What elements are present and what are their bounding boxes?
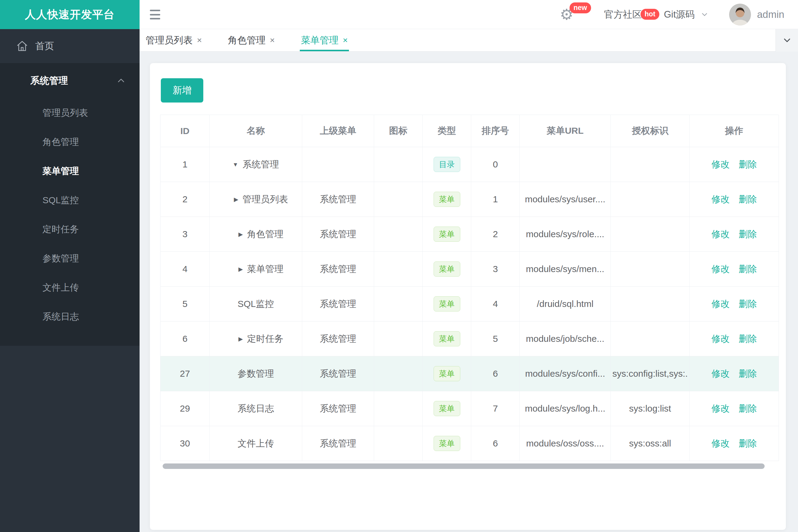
cell-actions: 修改删除 [690, 287, 779, 322]
community-label: 官方社区 [604, 9, 642, 20]
edit-link[interactable]: 修改 [711, 367, 730, 380]
delete-link[interactable]: 删除 [739, 402, 757, 415]
sidebar-item-param-mgmt[interactable]: 参数管理 [0, 244, 140, 273]
edit-link[interactable]: 修改 [711, 158, 730, 171]
delete-link[interactable]: 删除 [739, 158, 757, 171]
sidebar-item-label: 系统日志 [42, 310, 79, 323]
sidebar-group-label: 系统管理 [30, 74, 68, 87]
cell-order: 7 [471, 391, 520, 426]
tab-label: 角色管理 [228, 34, 265, 47]
delete-link[interactable]: 删除 [739, 193, 757, 206]
add-button[interactable]: 新增 [161, 78, 203, 102]
cell-url: modules/sys/confi... [520, 356, 611, 391]
home-icon [16, 40, 29, 53]
delete-link[interactable]: 删除 [739, 333, 757, 345]
sidebar-item-system-log[interactable]: 系统日志 [0, 302, 140, 331]
table-row[interactable]: 3▶角色管理系统管理菜单2modules/sys/role....修改删除 [161, 217, 778, 252]
sidebar-item-scheduled-jobs[interactable]: 定时任务 [0, 215, 140, 244]
expand-arrow-icon[interactable]: ▼ [233, 162, 239, 167]
cell-perms [611, 182, 690, 217]
expand-arrow-icon[interactable]: ▶ [239, 336, 243, 342]
table-row[interactable]: 6▶定时任务系统管理菜单5modules/job/sche...修改删除 [161, 322, 778, 356]
col-header-type: 类型 [423, 115, 471, 147]
close-icon[interactable]: × [197, 36, 202, 45]
sidebar-item-sql-monitor[interactable]: SQL监控 [0, 186, 140, 215]
cell-perms: sys:config:list,sys:. [611, 356, 690, 391]
cell-icon [374, 287, 423, 322]
tab-admin-list[interactable]: 管理员列表 × [146, 29, 202, 51]
edit-link[interactable]: 修改 [711, 228, 730, 241]
sidebar-item-label: 参数管理 [42, 252, 79, 265]
delete-link[interactable]: 删除 [739, 228, 757, 241]
cell-parent: 系统管理 [302, 217, 374, 252]
tab-menu-mgmt[interactable]: 菜单管理 × [301, 29, 348, 51]
settings-button[interactable]: ⚙ new [560, 0, 574, 29]
sidebar-item-label: 管理员列表 [42, 107, 88, 119]
cell-perms [611, 287, 690, 322]
cell-name: SQL监控 [210, 287, 302, 322]
expand-arrow-icon[interactable]: ▶ [234, 196, 239, 202]
edit-link[interactable]: 修改 [711, 333, 730, 345]
git-source-dropdown[interactable]: Git源码 [664, 0, 709, 29]
cell-id: 30 [161, 426, 210, 461]
cell-url: modules/sys/log.h... [520, 391, 611, 426]
horizontal-scrollbar[interactable] [163, 463, 765, 469]
table-row[interactable]: 1▼系统管理目录0修改删除 [161, 147, 778, 182]
tab-overflow-button[interactable] [776, 29, 798, 52]
table-row[interactable]: 5SQL监控系统管理菜单4/druid/sql.html修改删除 [161, 287, 778, 322]
cell-perms [611, 252, 690, 287]
sidebar-item-file-upload[interactable]: 文件上传 [0, 273, 140, 302]
cell-perms: sys:log:list [611, 391, 690, 426]
edit-link[interactable]: 修改 [711, 402, 730, 415]
close-icon[interactable]: × [270, 36, 275, 45]
user-menu[interactable]: admin [729, 0, 784, 29]
cell-type: 菜单 [423, 322, 471, 356]
community-link[interactable]: 官方社区 hot [604, 0, 642, 29]
table-row[interactable]: 30文件上传系统管理菜单6modules/oss/oss....sys:oss:… [161, 426, 778, 461]
tab-role-mgmt[interactable]: 角色管理 × [228, 29, 275, 51]
close-icon[interactable]: × [343, 36, 348, 45]
cell-url [520, 147, 611, 182]
delete-link[interactable]: 删除 [739, 263, 757, 276]
new-badge: new [570, 2, 591, 13]
cell-perms [611, 217, 690, 252]
app-window: 人人快速开发平台 首页 系统管理 [0, 0, 798, 532]
menu-table: ID 名称 上级菜单 图标 类型 排序号 菜单URL 授权标识 操作 1▼系统管… [160, 115, 779, 461]
cell-icon [374, 322, 423, 356]
menu-name-label: 菜单管理 [247, 263, 283, 276]
table-row[interactable]: 4▶菜单管理系统管理菜单3modules/sys/men...修改删除 [161, 252, 778, 287]
cell-name: 参数管理 [210, 356, 302, 391]
scrollbar-thumb[interactable] [163, 463, 765, 469]
cell-type: 菜单 [423, 391, 471, 426]
cell-type: 目录 [423, 147, 471, 182]
menu-name-label: 文件上传 [238, 437, 274, 450]
sidebar-item-menu-mgmt[interactable]: 菜单管理 [0, 156, 140, 186]
cell-perms [611, 147, 690, 182]
cell-icon [374, 426, 423, 461]
cell-parent: 系统管理 [302, 252, 374, 287]
table-row[interactable]: 2▶管理员列表系统管理菜单1modules/sys/user....修改删除 [161, 182, 778, 217]
table-row[interactable]: 29系统日志系统管理菜单7modules/sys/log.h...sys:log… [161, 391, 778, 426]
hot-badge: hot [641, 9, 659, 20]
edit-link[interactable]: 修改 [711, 193, 730, 206]
delete-link[interactable]: 删除 [739, 437, 757, 450]
delete-link[interactable]: 删除 [739, 367, 757, 380]
cell-id: 2 [161, 182, 210, 217]
expand-arrow-icon[interactable]: ▶ [239, 231, 243, 237]
cell-parent: 系统管理 [302, 391, 374, 426]
table-row[interactable]: 27参数管理系统管理菜单6modules/sys/confi...sys:con… [161, 356, 778, 391]
tab-label: 菜单管理 [301, 34, 339, 47]
edit-link[interactable]: 修改 [711, 437, 730, 450]
edit-link[interactable]: 修改 [711, 298, 730, 310]
edit-link[interactable]: 修改 [711, 263, 730, 276]
delete-link[interactable]: 删除 [739, 298, 757, 310]
hamburger-menu-icon[interactable] [150, 8, 164, 21]
expand-arrow-icon[interactable]: ▶ [239, 266, 243, 272]
sidebar-item-home[interactable]: 首页 [0, 29, 140, 63]
sidebar-group-title[interactable]: 系统管理 [0, 63, 140, 98]
sidebar-item-admin-list[interactable]: 管理员列表 [0, 98, 140, 127]
sidebar-item-role-mgmt[interactable]: 角色管理 [0, 127, 140, 156]
cell-icon [374, 217, 423, 252]
col-header-url: 菜单URL [520, 115, 611, 147]
type-badge: 菜单 [433, 227, 460, 242]
